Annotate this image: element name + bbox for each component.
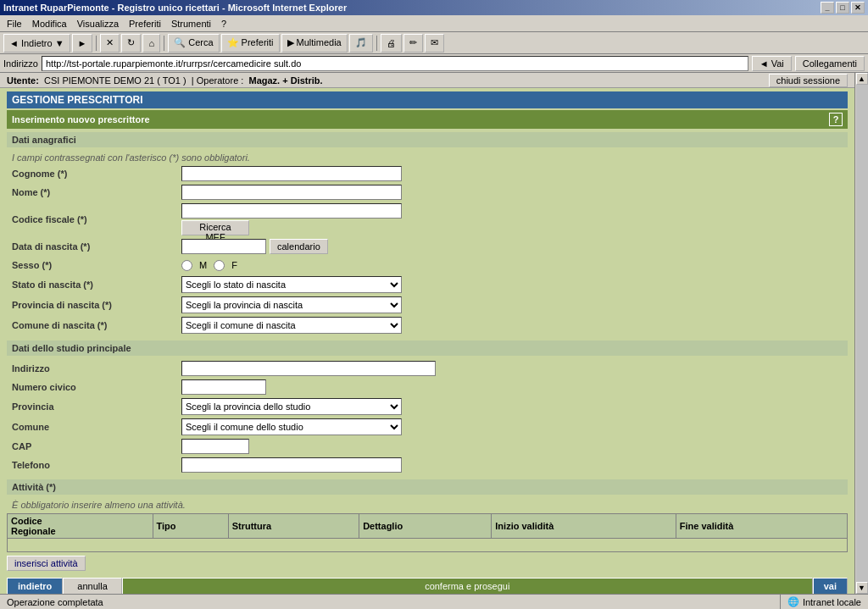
indirizzo-row: Indirizzo: [7, 359, 848, 378]
col-fine-validita: Fine validità: [676, 514, 847, 539]
title-bar: Intranet RuparPiemonte - Registro unico …: [0, 0, 868, 15]
refresh-button[interactable]: ↻: [121, 34, 141, 53]
provincia-nascita-row: Provincia di nascita (*) Scegli la provi…: [7, 295, 848, 315]
vai-button[interactable]: vai: [813, 578, 848, 594]
conferma-button[interactable]: conferma e prosegui: [122, 578, 813, 594]
help-button[interactable]: ?: [829, 113, 843, 126]
cap-row: CAP: [7, 437, 848, 456]
col-inizio-validita: Inizio validità: [492, 514, 676, 539]
provincia-nascita-select[interactable]: Scegli la provincia di nascita: [181, 296, 402, 313]
cap-label: CAP: [12, 441, 181, 451]
toolbar-separator: [96, 36, 97, 51]
col-struttura: Struttura: [228, 514, 359, 539]
sesso-radio-group: M F: [181, 260, 237, 271]
content-area: Utente: CSI PIEMONTE DEMO 21 ( TO1 ) | O…: [0, 73, 854, 594]
scroll-up-button[interactable]: ▲: [856, 73, 868, 85]
go-button[interactable]: ◄ Vai: [752, 56, 792, 71]
links-button[interactable]: Collegamenti: [795, 56, 865, 71]
telefono-input[interactable]: [181, 457, 402, 473]
back-button[interactable]: ◄ Indietro ▼: [3, 34, 70, 53]
sesso-m-label: M: [199, 260, 207, 270]
mail-button[interactable]: ✉: [425, 34, 444, 53]
sesso-f-radio[interactable]: [214, 260, 225, 271]
menu-visualizza[interactable]: Visualizza: [72, 17, 124, 30]
stop-button[interactable]: ✕: [100, 34, 120, 53]
comune-nascita-select[interactable]: Scegli il comune di nascita: [181, 317, 402, 334]
operatore-value: Magaz. + Distrib.: [249, 75, 323, 86]
codice-fiscale-input[interactable]: [181, 203, 402, 219]
menu-file[interactable]: File: [2, 17, 27, 30]
toolbar-separator-2: [164, 36, 164, 51]
forward-button[interactable]: ►: [72, 34, 93, 53]
user-bar: Utente: CSI PIEMONTE DEMO 21 ( TO1 ) | O…: [0, 73, 854, 88]
activity-table: Codice Regionale Tipo Struttura Dettagli…: [7, 513, 848, 552]
menu-modifica[interactable]: Modifica: [27, 17, 72, 30]
comune-studio-select[interactable]: Scegli il comune dello studio: [181, 418, 402, 435]
comune-nascita-label: Comune di nascita (*): [12, 320, 181, 330]
home-button[interactable]: ⌂: [142, 34, 160, 53]
toolbar-separator-3: [376, 36, 377, 51]
required-note: I campi contrassegnati con l'asterisco (…: [7, 151, 848, 164]
address-input[interactable]: [42, 56, 748, 71]
nome-input[interactable]: [181, 185, 402, 200]
scrollbar[interactable]: ▲ ▼: [854, 73, 868, 594]
comune-nascita-row: Comune di nascita (*) Scegli il comune d…: [7, 315, 848, 335]
cognome-input[interactable]: [181, 166, 402, 181]
utente-value: CSI PIEMONTE DEMO 21 ( TO1 ): [44, 75, 186, 86]
user-info: Utente: CSI PIEMONTE DEMO 21 ( TO1 ) | O…: [7, 75, 323, 86]
toolbar: ◄ Indietro ▼ ► ✕ ↻ ⌂ 🔍 Cerca ⭐ Preferiti…: [0, 32, 868, 54]
print-button[interactable]: 🖨: [381, 34, 402, 53]
utente-label: Utente:: [7, 75, 39, 86]
cognome-label: Cognome (*): [12, 169, 181, 179]
operatore-label: Operatore :: [197, 75, 244, 86]
cap-input[interactable]: [181, 439, 249, 454]
close-button[interactable]: ✕: [851, 2, 865, 14]
nome-label: Nome (*): [12, 187, 181, 197]
search-button[interactable]: 🔍 Cerca: [168, 34, 219, 53]
minimize-button[interactable]: _: [821, 2, 834, 14]
attivita-note: È obbligatorio inserire almeno una attiv…: [7, 498, 848, 512]
indirizzo-label: Indirizzo: [12, 363, 181, 374]
sesso-m-radio[interactable]: [181, 260, 192, 271]
indirizzo-input[interactable]: [181, 361, 436, 376]
activity-empty-row: [8, 539, 848, 552]
media-button[interactable]: 🎵: [349, 34, 373, 53]
inserisci-attivita-button[interactable]: inserisci attività: [7, 556, 86, 571]
scroll-track: [856, 85, 868, 582]
provincia-studio-select[interactable]: Scegli la provincia dello studio: [181, 398, 402, 415]
annulla-button[interactable]: annulla: [63, 578, 121, 594]
numero-civico-input[interactable]: [181, 379, 266, 395]
multimedia-button[interactable]: ▶ Multimedia: [281, 34, 348, 53]
edit-button[interactable]: ✏: [403, 34, 423, 53]
restore-button[interactable]: □: [836, 2, 849, 14]
status-text: Operazione completata: [0, 597, 780, 607]
menu-strumenti[interactable]: Strumenti: [166, 17, 216, 30]
data-nascita-row: Data di nascita (*) calendario: [7, 237, 848, 256]
footer-buttons: indietro annulla conferma e prosegui vai: [7, 574, 848, 594]
favorites-button[interactable]: ⭐ Preferiti: [221, 34, 280, 53]
indietro-button[interactable]: indietro: [7, 578, 63, 594]
calendario-button[interactable]: calendario: [270, 239, 328, 254]
menu-preferiti[interactable]: Preferiti: [124, 17, 166, 30]
data-nascita-input[interactable]: [181, 239, 266, 254]
scroll-down-button[interactable]: ▼: [856, 582, 868, 594]
section-title-bar: Inserimento nuovo prescrittore ?: [7, 110, 848, 129]
col-tipo: Tipo: [153, 514, 228, 539]
provincia-studio-label: Provincia: [12, 401, 181, 412]
sesso-f-label: F: [231, 260, 237, 270]
numero-civico-label: Numero civico: [12, 382, 181, 392]
stato-nascita-select[interactable]: Scegli lo stato di nascita: [181, 276, 402, 293]
stato-nascita-label: Stato di nascita (*): [12, 280, 181, 290]
col-dettaglio: Dettaglio: [359, 514, 492, 539]
status-right: 🌐 Intranet locale: [780, 595, 868, 610]
numero-civico-row: Numero civico: [7, 378, 848, 396]
cognome-row: Cognome (*): [7, 164, 848, 183]
codice-fiscale-label: Codice fiscale (*): [12, 214, 181, 224]
nome-row: Nome (*): [7, 183, 848, 202]
menu-help[interactable]: ?: [216, 17, 231, 30]
window-controls: _ □ ✕: [821, 2, 865, 14]
telefono-row: Telefono: [7, 456, 848, 474]
close-session-button[interactable]: chiudi sessione: [769, 74, 848, 87]
attivita-section: È obbligatorio inserire almeno una attiv…: [7, 496, 848, 574]
ricerca-mef-button[interactable]: Ricerca MEF: [181, 220, 249, 235]
